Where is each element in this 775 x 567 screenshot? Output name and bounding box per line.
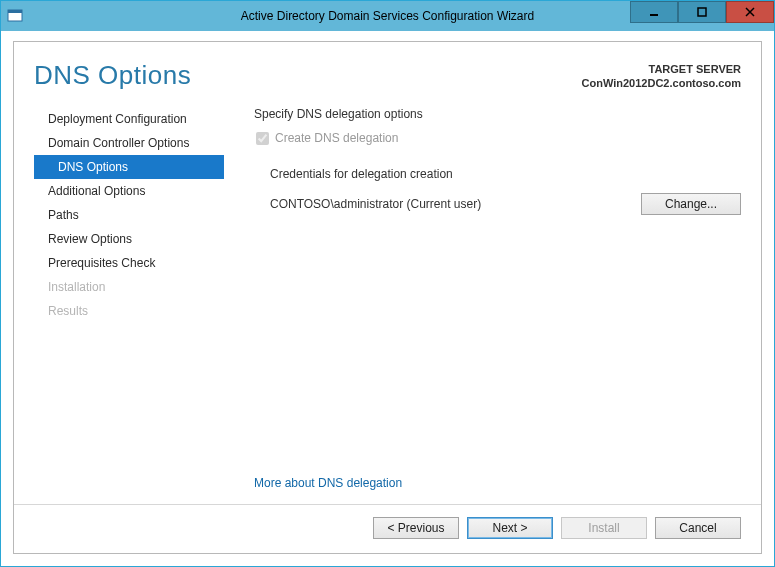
sidebar-item-additional-options[interactable]: Additional Options — [34, 179, 224, 203]
create-dns-delegation-checkbox — [256, 132, 269, 145]
credentials-section-label: Credentials for delegation creation — [270, 167, 741, 181]
target-server-block: TARGET SERVER ConWin2012DC2.contoso.com — [582, 60, 741, 90]
credentials-value: CONTOSO\administrator (Current user) — [270, 197, 629, 211]
wizard-sidebar: Deployment Configuration Domain Controll… — [34, 101, 224, 498]
sidebar-item-prerequisites-check[interactable]: Prerequisites Check — [34, 251, 224, 275]
change-credentials-button[interactable]: Change... — [641, 193, 741, 215]
target-server-label: TARGET SERVER — [582, 62, 741, 76]
content-shell: DNS Options TARGET SERVER ConWin2012DC2.… — [1, 31, 774, 566]
app-icon — [7, 8, 23, 24]
previous-button[interactable]: < Previous — [373, 517, 459, 539]
main-pane: Specify DNS delegation options Create DN… — [224, 101, 741, 498]
window-controls — [630, 1, 774, 31]
close-button[interactable] — [726, 1, 774, 23]
sidebar-item-dns-options[interactable]: DNS Options — [34, 155, 224, 179]
sidebar-item-results: Results — [34, 299, 224, 323]
inner-frame: DNS Options TARGET SERVER ConWin2012DC2.… — [13, 41, 762, 554]
more-about-dns-delegation-link[interactable]: More about DNS delegation — [254, 476, 741, 498]
cancel-button[interactable]: Cancel — [655, 517, 741, 539]
svg-rect-1 — [8, 10, 22, 13]
sidebar-item-deployment-configuration[interactable]: Deployment Configuration — [34, 107, 224, 131]
body-columns: Deployment Configuration Domain Controll… — [14, 101, 761, 504]
titlebar: Active Directory Domain Services Configu… — [1, 1, 774, 31]
spacer — [254, 215, 741, 476]
header-row: DNS Options TARGET SERVER ConWin2012DC2.… — [14, 42, 761, 101]
maximize-button[interactable] — [678, 1, 726, 23]
create-dns-delegation-row: Create DNS delegation — [256, 131, 741, 145]
install-button: Install — [561, 517, 647, 539]
next-button[interactable]: Next > — [467, 517, 553, 539]
credentials-row: CONTOSO\administrator (Current user) Cha… — [270, 193, 741, 215]
create-dns-delegation-label: Create DNS delegation — [275, 131, 398, 145]
footer-bar: < Previous Next > Install Cancel — [14, 504, 761, 553]
wizard-window: Active Directory Domain Services Configu… — [0, 0, 775, 567]
sidebar-item-domain-controller-options[interactable]: Domain Controller Options — [34, 131, 224, 155]
section-label: Specify DNS delegation options — [254, 107, 741, 121]
sidebar-item-review-options[interactable]: Review Options — [34, 227, 224, 251]
target-server-value: ConWin2012DC2.contoso.com — [582, 76, 741, 90]
page-title: DNS Options — [34, 60, 191, 91]
svg-rect-3 — [698, 8, 706, 16]
sidebar-item-paths[interactable]: Paths — [34, 203, 224, 227]
sidebar-item-installation: Installation — [34, 275, 224, 299]
svg-rect-2 — [650, 14, 658, 16]
minimize-button[interactable] — [630, 1, 678, 23]
